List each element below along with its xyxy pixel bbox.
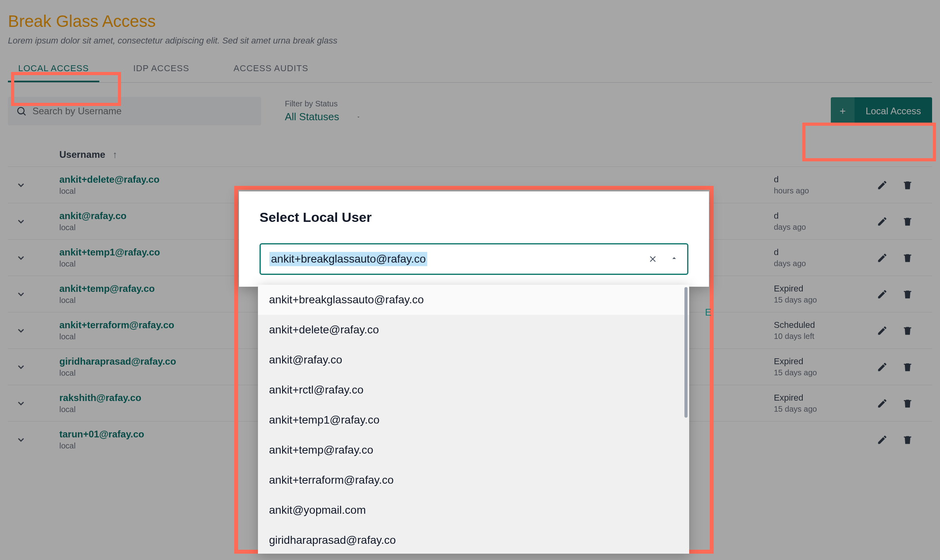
- table-header: Username ↑: [8, 143, 932, 166]
- expand-row-icon[interactable]: [16, 253, 59, 263]
- search-icon: [16, 106, 27, 117]
- user-option[interactable]: ankit@yopmail.com: [258, 495, 689, 525]
- edit-icon[interactable]: [877, 434, 888, 445]
- delete-icon[interactable]: [902, 361, 913, 373]
- tab-idp-access[interactable]: IDP ACCESS: [123, 56, 200, 82]
- plus-icon: [831, 97, 855, 125]
- expand-row-icon[interactable]: [16, 180, 59, 190]
- user-option[interactable]: ankit+delete@rafay.co: [258, 315, 689, 345]
- tab-access-audits[interactable]: ACCESS AUDITS: [223, 56, 318, 82]
- search-box[interactable]: [8, 97, 261, 125]
- expand-row-icon[interactable]: [16, 362, 59, 372]
- row-status: d days ago: [774, 247, 877, 268]
- continue-button-fragment[interactable]: E: [705, 307, 711, 318]
- row-status: Expired 15 days ago: [774, 284, 877, 305]
- add-button-label: Local Access: [855, 106, 932, 117]
- tab-local-access[interactable]: LOCAL ACCESS: [8, 56, 99, 82]
- tabs: LOCAL ACCESS IDP ACCESS ACCESS AUDITS: [8, 56, 932, 83]
- user-option[interactable]: ankit+rctl@rafay.co: [258, 375, 689, 405]
- row-status: Expired 15 days ago: [774, 356, 877, 377]
- user-option[interactable]: ankit@rafay.co: [258, 345, 689, 375]
- page-title: Break Glass Access: [8, 12, 932, 31]
- user-option[interactable]: giridharaprasad@rafay.co: [258, 525, 689, 554]
- edit-icon[interactable]: [877, 289, 888, 300]
- controls-bar: Filter by Status All Statuses Local Acce…: [8, 97, 932, 125]
- user-combobox[interactable]: ankit+breakglassauto@rafay.co: [260, 243, 688, 275]
- row-status: Scheduled 10 days left: [774, 320, 877, 341]
- expand-row-icon[interactable]: [16, 435, 59, 445]
- edit-icon[interactable]: [877, 252, 888, 263]
- row-status: Expired 15 days ago: [774, 393, 877, 414]
- page-subtitle: Lorem ipsum dolor sit amet, consectetur …: [8, 36, 932, 46]
- user-option[interactable]: ankit+temp1@rafay.co: [258, 405, 689, 435]
- search-input[interactable]: [32, 106, 253, 117]
- row-username[interactable]: ankit+delete@rafay.co: [59, 174, 608, 185]
- sort-asc-icon: ↑: [113, 149, 117, 160]
- delete-icon[interactable]: [902, 398, 913, 409]
- expand-row-icon[interactable]: [16, 289, 59, 299]
- delete-icon[interactable]: [902, 325, 913, 336]
- filter-value-text: All Statuses: [285, 111, 339, 123]
- row-status: d hours ago: [774, 174, 877, 195]
- delete-icon[interactable]: [902, 289, 913, 300]
- combobox-selected-value: ankit+breakglassauto@rafay.co: [269, 252, 427, 266]
- expand-row-icon[interactable]: [16, 398, 59, 409]
- clear-icon[interactable]: [648, 254, 658, 264]
- user-option[interactable]: ankit+terraform@rafay.co: [258, 465, 689, 495]
- edit-icon[interactable]: [877, 325, 888, 336]
- user-option[interactable]: ankit+breakglassauto@rafay.co: [258, 285, 689, 315]
- row-status: d days ago: [774, 211, 877, 232]
- filter-value[interactable]: All Statuses: [285, 111, 362, 123]
- user-options-list[interactable]: ankit+breakglassauto@rafay.coankit+delet…: [258, 285, 689, 554]
- caret-up-icon[interactable]: [670, 254, 678, 264]
- svg-line-1: [23, 113, 25, 115]
- dialog-title: Select Local User: [260, 210, 688, 225]
- row-status: [774, 439, 877, 441]
- expand-row-icon[interactable]: [16, 216, 59, 227]
- edit-icon[interactable]: [877, 216, 888, 227]
- edit-icon[interactable]: [877, 361, 888, 373]
- add-local-access-button[interactable]: Local Access: [831, 97, 932, 125]
- col-username[interactable]: Username: [59, 149, 105, 160]
- svg-point-0: [18, 108, 24, 114]
- caret-down-icon: [355, 115, 362, 119]
- user-option[interactable]: ankit+temp@rafay.co: [258, 435, 689, 465]
- expand-row-icon[interactable]: [16, 325, 59, 336]
- filter-label: Filter by Status: [285, 99, 362, 108]
- select-local-user-dialog: Select Local User ankit+breakglassauto@r…: [239, 191, 709, 287]
- delete-icon[interactable]: [902, 434, 913, 445]
- edit-icon[interactable]: [877, 398, 888, 409]
- delete-icon[interactable]: [902, 180, 913, 191]
- filter-by-status[interactable]: Filter by Status All Statuses: [285, 99, 362, 123]
- delete-icon[interactable]: [902, 252, 913, 263]
- edit-icon[interactable]: [877, 180, 888, 191]
- options-scrollbar[interactable]: [684, 287, 688, 418]
- delete-icon[interactable]: [902, 216, 913, 227]
